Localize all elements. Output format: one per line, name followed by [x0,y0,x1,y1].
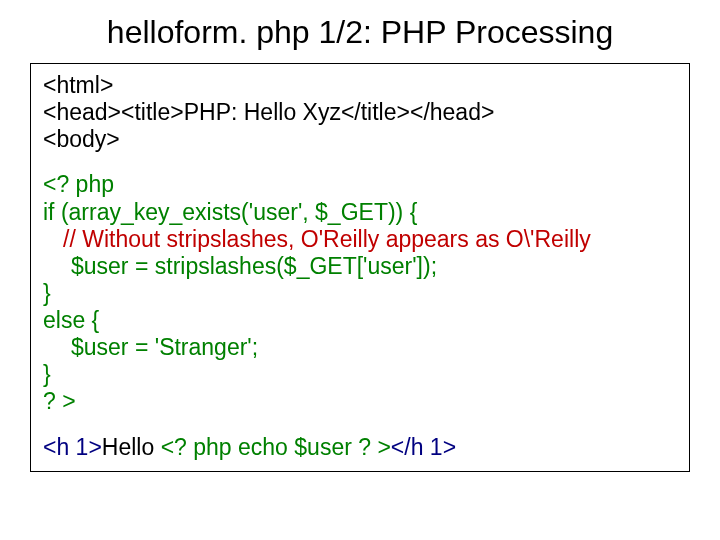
code-line: else { [43,307,677,334]
tag-close: </h 1> [391,434,456,460]
code-line: <body> [43,126,677,153]
code-line: if (array_key_exists('user', $_GET)) { [43,199,677,226]
slide: helloform. php 1/2: PHP Processing <html… [0,0,720,492]
code-comment: // Without stripslashes, O'Reilly appear… [43,226,677,253]
text-hello: Hello [102,434,161,460]
code-line: } [43,361,677,388]
tag-open: <h 1> [43,434,102,460]
code-line: <? php [43,171,677,198]
code-line: ? > [43,388,677,415]
slide-title: helloform. php 1/2: PHP Processing [30,14,690,51]
code-line: <head><title>PHP: Hello Xyz</title></hea… [43,99,677,126]
code-line: $user = 'Stranger'; [43,334,677,361]
blank-line [43,416,677,434]
code-box: <html> <head><title>PHP: Hello Xyz</titl… [30,63,690,472]
code-line: } [43,280,677,307]
code-line: $user = stripslashes($_GET['user']); [43,253,677,280]
code-line: <html> [43,72,677,99]
php-inline: <? php echo $user ? > [161,434,391,460]
blank-line [43,153,677,171]
code-line: <h 1>Hello <? php echo $user ? ></h 1> [43,434,677,461]
